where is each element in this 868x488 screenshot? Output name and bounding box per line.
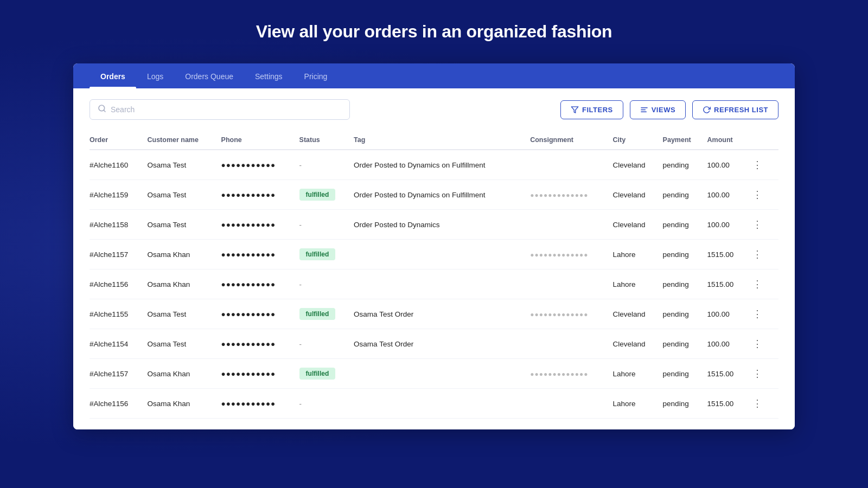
tab-settings[interactable]: Settings xyxy=(244,63,293,88)
orders-table: Order Customer name Phone Status Tag Con… xyxy=(90,131,778,419)
status-badge: fulfilled xyxy=(299,308,336,320)
payment-status: pending xyxy=(663,329,707,359)
order-status: fulfilled xyxy=(299,299,354,329)
order-id: #Alche1158 xyxy=(90,210,147,240)
tab-orders-queue[interactable]: Orders Queue xyxy=(174,63,244,88)
customer-name: Osama Test xyxy=(147,299,221,329)
city: Lahore xyxy=(613,389,663,419)
order-amount: 100.00 xyxy=(707,299,750,329)
customer-name: Osama Test xyxy=(147,180,221,210)
more-options-button[interactable]: ⋮ xyxy=(749,277,765,291)
toolbar: FILTERS VIEWS REFRESH LIST xyxy=(90,99,778,120)
status-dash: - xyxy=(299,340,302,348)
customer-name: Osama Test xyxy=(147,150,221,180)
more-options-button[interactable]: ⋮ xyxy=(749,217,765,232)
table-row: #Alche1155 Osama Test ●●●●●●●●●●● fulfil… xyxy=(90,299,778,329)
row-actions: ⋮ xyxy=(749,240,778,269)
status-dash: - xyxy=(299,280,302,288)
payment-status: pending xyxy=(663,150,707,180)
order-amount: 100.00 xyxy=(707,180,750,210)
customer-name: Osama Khan xyxy=(147,359,221,389)
order-status: fulfilled xyxy=(299,240,354,269)
refresh-icon xyxy=(703,106,711,114)
order-tag: Order Posted to Dynamics on Fulfillment xyxy=(354,150,530,180)
order-tag xyxy=(354,389,530,419)
order-id: #Alche1159 xyxy=(90,180,147,210)
order-amount: 100.00 xyxy=(707,210,750,240)
city: Cleveland xyxy=(613,329,663,359)
table-row: #Alche1158 Osama Test ●●●●●●●●●●● - Orde… xyxy=(90,210,778,240)
payment-status: pending xyxy=(663,389,707,419)
app-container: Orders Logs Orders Queue Settings Pricin… xyxy=(73,63,795,429)
order-status: - xyxy=(299,269,354,299)
customer-name: Osama Test xyxy=(147,329,221,359)
order-tag xyxy=(354,359,530,389)
order-amount: 1515.00 xyxy=(707,359,750,389)
search-input[interactable] xyxy=(111,105,342,114)
order-tag: Osama Test Order xyxy=(354,299,530,329)
consignment-value: ●●●●●●●●●●●●● xyxy=(530,370,588,378)
order-tag xyxy=(354,240,530,269)
status-badge: fulfilled xyxy=(299,189,336,201)
col-city: City xyxy=(613,131,663,150)
col-amount: Amount xyxy=(707,131,750,150)
col-payment: Payment xyxy=(663,131,707,150)
tab-pricing[interactable]: Pricing xyxy=(293,63,339,88)
payment-status: pending xyxy=(663,299,707,329)
more-options-button[interactable]: ⋮ xyxy=(749,367,765,381)
views-button[interactable]: VIEWS xyxy=(630,100,686,119)
more-options-button[interactable]: ⋮ xyxy=(749,396,765,410)
order-status: - xyxy=(299,389,354,419)
table-row: #Alche1157 Osama Khan ●●●●●●●●●●● fulfil… xyxy=(90,240,778,269)
order-tag: Osama Test Order xyxy=(354,329,530,359)
customer-name: Osama Khan xyxy=(147,389,221,419)
col-tag: Tag xyxy=(354,131,530,150)
order-status: fulfilled xyxy=(299,359,354,389)
more-options-button[interactable]: ⋮ xyxy=(749,158,765,172)
consignment-number: ●●●●●●●●●●●●● xyxy=(530,180,612,210)
order-amount: 100.00 xyxy=(707,329,750,359)
order-id: #Alche1157 xyxy=(90,359,147,389)
row-actions: ⋮ xyxy=(749,359,778,389)
search-wrapper xyxy=(90,99,350,120)
order-id: #Alche1155 xyxy=(90,299,147,329)
city: Lahore xyxy=(613,240,663,269)
phone-number: ●●●●●●●●●●● xyxy=(221,180,299,210)
more-options-button[interactable]: ⋮ xyxy=(749,337,765,351)
refresh-button[interactable]: REFRESH LIST xyxy=(692,100,778,119)
status-badge: fulfilled xyxy=(299,248,336,260)
views-icon xyxy=(640,106,648,114)
payment-status: pending xyxy=(663,359,707,389)
phone-number: ●●●●●●●●●●● xyxy=(221,389,299,419)
city: Lahore xyxy=(613,269,663,299)
table-row: #Alche1159 Osama Test ●●●●●●●●●●● fulfil… xyxy=(90,180,778,210)
consignment-number xyxy=(530,150,612,180)
svg-marker-2 xyxy=(571,106,578,112)
search-icon xyxy=(98,104,106,115)
row-actions: ⋮ xyxy=(749,329,778,359)
filter-icon xyxy=(571,106,579,114)
order-status: - xyxy=(299,210,354,240)
col-phone: Phone xyxy=(221,131,299,150)
col-customer: Customer name xyxy=(147,131,221,150)
more-options-button[interactable]: ⋮ xyxy=(749,188,765,202)
col-order: Order xyxy=(90,131,147,150)
filters-button[interactable]: FILTERS xyxy=(560,100,623,119)
consignment-number: ●●●●●●●●●●●●● xyxy=(530,299,612,329)
payment-status: pending xyxy=(663,269,707,299)
table-row: #Alche1154 Osama Test ●●●●●●●●●●● - Osam… xyxy=(90,329,778,359)
col-status: Status xyxy=(299,131,354,150)
consignment-value: ●●●●●●●●●●●●● xyxy=(530,191,588,199)
more-options-button[interactable]: ⋮ xyxy=(749,247,765,261)
main-content: FILTERS VIEWS REFRESH LIST xyxy=(73,88,795,429)
order-amount: 100.00 xyxy=(707,150,750,180)
row-actions: ⋮ xyxy=(749,210,778,240)
page-title: View all your orders in an organized fas… xyxy=(256,22,612,42)
table-row: #Alche1160 Osama Test ●●●●●●●●●●● - Orde… xyxy=(90,150,778,180)
phone-number: ●●●●●●●●●●● xyxy=(221,240,299,269)
tab-orders[interactable]: Orders xyxy=(90,63,136,88)
customer-name: Osama Khan xyxy=(147,240,221,269)
city: Lahore xyxy=(613,359,663,389)
tab-logs[interactable]: Logs xyxy=(136,63,174,88)
more-options-button[interactable]: ⋮ xyxy=(749,307,765,321)
